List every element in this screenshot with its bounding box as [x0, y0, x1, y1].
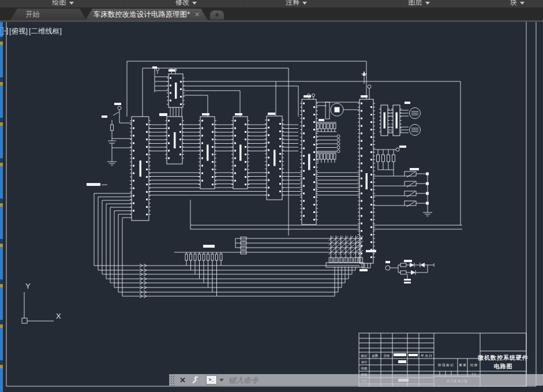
tb-scale: 比 例: [470, 363, 478, 367]
command-customize-wrench-icon[interactable]: [191, 376, 199, 384]
dropdown-arrow-icon: [69, 2, 74, 5]
ucs-x-label: X: [56, 312, 61, 320]
ucs-icon: Y X: [25, 282, 61, 320]
command-prompt-box[interactable]: >_: [206, 375, 217, 384]
drawing-canvas[interactable]: Y X 标记 处数 分区 年.月.日 设计 绘图 审核 工艺 阶 段 标 记 重…: [0, 22, 543, 392]
dropdown-arrow-icon: [425, 2, 430, 5]
new-tab-button[interactable]: +: [210, 10, 224, 20]
tab-close-icon[interactable]: ✕: [194, 11, 200, 18]
drawing-viewport[interactable]: Y X 标记 处数 分区 年.月.日 设计 绘图 审核 工艺 阶 段 标 记 重…: [0, 22, 543, 392]
tab-drawing[interactable]: 车床数控改造设计电路原理图* ✕: [85, 9, 208, 20]
ribbon: 绘图 修改 注释 图层 块: [0, 0, 543, 8]
command-drag-handle[interactable]: [169, 374, 175, 386]
command-bar: ✕ >_: [169, 374, 543, 386]
tab-label: 开始: [25, 10, 40, 20]
ribbon-panel-annotate[interactable]: 注释: [246, 0, 346, 8]
tb-row: 绘图: [361, 367, 368, 371]
dropdown-arrow-icon: [302, 2, 307, 5]
tb-header: 分区: [384, 354, 391, 357]
tab-start[interactable]: 开始: [10, 9, 87, 20]
schematic: [6, 22, 536, 386]
viewport-view-control[interactable]: [俯视]: [9, 27, 28, 36]
ribbon-panel-layers[interactable]: 图层: [347, 0, 490, 8]
panel-label: 块: [510, 0, 517, 8]
ucs-y-label: Y: [25, 282, 31, 290]
command-close-icon[interactable]: ✕: [175, 376, 190, 384]
panel-label: 图层: [409, 0, 422, 8]
tb-row: 设计: [361, 360, 368, 364]
viewport-visual-style-control[interactable]: [二维线框]: [29, 27, 62, 36]
command-dropdown-icon[interactable]: [219, 379, 224, 382]
tb-header: 年.月.日: [421, 354, 432, 358]
dropdown-arrow-icon: [520, 2, 525, 5]
panel-label: 注释: [286, 0, 299, 8]
panel-label: 绘图: [53, 0, 66, 8]
tab-label: 车床数控改造设计电路原理图*: [93, 10, 190, 20]
tb-title-line2: 电路图: [494, 363, 513, 369]
ribbon-panel-block[interactable]: 块: [492, 0, 543, 8]
viewport-controls: [-] [俯视] [二维线框]: [2, 27, 62, 36]
ribbon-panel-draw[interactable]: 绘图: [0, 0, 126, 8]
ribbon-panel-modify[interactable]: 修改: [127, 0, 245, 8]
tb-weight: 重 量: [459, 363, 466, 367]
file-tab-bar: 开始 车床数控改造设计电路原理图* ✕ +: [0, 8, 543, 22]
dropdown-arrow-icon: [192, 2, 197, 5]
tb-title-line1: 微机数控系统硬件: [477, 354, 529, 361]
tb-header: 处数: [372, 354, 379, 358]
panel-label: 修改: [175, 0, 189, 8]
tb-header: 标记: [361, 354, 368, 358]
tb-stage: 阶 段 标 记: [438, 363, 454, 367]
left-dock-strip: [0, 22, 3, 392]
command-input[interactable]: [227, 375, 543, 385]
left-dock-handle[interactable]: [0, 27, 3, 35]
